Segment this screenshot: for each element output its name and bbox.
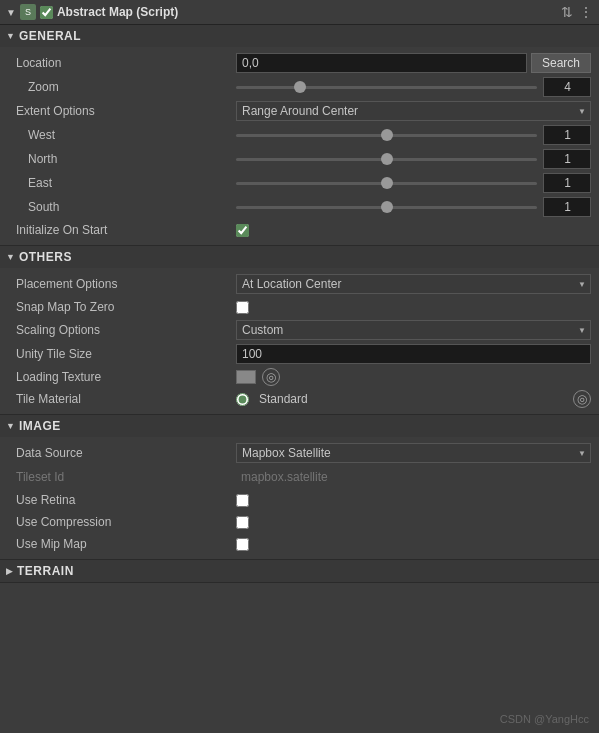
data-source-label: Data Source	[16, 446, 236, 460]
scaling-dropdown-wrapper: Custom World Scale Tile Scale	[236, 320, 591, 340]
use-retina-checkbox[interactable]	[236, 494, 249, 507]
search-button[interactable]: Search	[531, 53, 591, 73]
terrain-arrow: ▶	[6, 566, 13, 576]
east-value-input[interactable]	[543, 173, 591, 193]
zoom-label: Zoom	[28, 80, 236, 94]
tile-material-radio[interactable]	[236, 393, 249, 406]
scaling-options-value: Custom World Scale Tile Scale	[236, 320, 591, 340]
zoom-field: Zoom	[0, 75, 599, 99]
use-compression-label: Use Compression	[16, 515, 236, 529]
location-field: Location Search	[0, 51, 599, 75]
unity-tile-size-input[interactable]	[236, 344, 591, 364]
extent-options-label: Extent Options	[16, 104, 236, 118]
script-icon: S	[20, 4, 36, 20]
menu-icon[interactable]: ⋮	[579, 4, 593, 20]
initialize-on-start-value	[236, 224, 591, 237]
tileset-id-value	[236, 467, 591, 487]
west-field: West	[0, 123, 599, 147]
general-section-header[interactable]: ▼ GENERAL	[0, 25, 599, 47]
terrain-section-header[interactable]: ▶ TERRAIN	[0, 560, 599, 582]
location-value: Search	[236, 53, 591, 73]
component-title: Abstract Map (Script)	[57, 5, 557, 19]
extent-options-dropdown[interactable]: Range Around Center World Custom	[236, 101, 591, 121]
south-slider[interactable]	[236, 206, 537, 209]
extent-options-field: Extent Options Range Around Center World…	[0, 99, 599, 123]
loading-texture-value	[236, 368, 591, 386]
collapse-arrow[interactable]: ▼	[6, 7, 16, 18]
tile-material-field: Tile Material Standard	[0, 388, 599, 410]
image-section-header[interactable]: ▼ IMAGE	[0, 415, 599, 437]
placement-options-dropdown[interactable]: At Location Center At Tile Center At Wor…	[236, 274, 591, 294]
image-arrow: ▼	[6, 421, 15, 431]
north-slider[interactable]	[236, 158, 537, 161]
extent-dropdown-wrapper: Range Around Center World Custom	[236, 101, 591, 121]
west-value	[236, 125, 591, 145]
use-retina-value	[236, 494, 591, 507]
loading-texture-preview[interactable]	[236, 370, 256, 384]
header-actions: ⇅ ⋮	[561, 4, 593, 20]
use-mip-map-value	[236, 538, 591, 551]
scaling-options-field: Scaling Options Custom World Scale Tile …	[0, 318, 599, 342]
loading-texture-field: Loading Texture	[0, 366, 599, 388]
tileset-id-label: Tileset Id	[16, 470, 236, 484]
south-label: South	[16, 200, 236, 214]
others-arrow: ▼	[6, 252, 15, 262]
use-mip-map-checkbox[interactable]	[236, 538, 249, 551]
west-value-input[interactable]	[543, 125, 591, 145]
scaling-options-dropdown[interactable]: Custom World Scale Tile Scale	[236, 320, 591, 340]
scaling-options-label: Scaling Options	[16, 323, 236, 337]
north-value	[236, 149, 591, 169]
tile-material-target[interactable]	[573, 390, 591, 408]
zoom-slider[interactable]	[236, 86, 537, 89]
use-mip-map-field: Use Mip Map	[0, 533, 599, 555]
use-mip-map-label: Use Mip Map	[16, 537, 236, 551]
use-compression-value	[236, 516, 591, 529]
sync-icon[interactable]: ⇅	[561, 4, 573, 20]
general-section-body: Location Search Zoom Extent Options Rang…	[0, 47, 599, 245]
east-field: East	[0, 171, 599, 195]
north-value-input[interactable]	[543, 149, 591, 169]
unity-tile-size-value	[236, 344, 591, 364]
use-compression-checkbox[interactable]	[236, 516, 249, 529]
others-section-header[interactable]: ▼ Others	[0, 246, 599, 268]
snap-map-checkbox[interactable]	[236, 301, 249, 314]
tile-material-value: Standard	[236, 390, 591, 408]
watermark: CSDN @YangHcc	[500, 713, 589, 725]
data-source-dropdown-wrapper: Mapbox Satellite Mapbox Streets None	[236, 443, 591, 463]
initialize-on-start-field: Initialize On Start	[0, 219, 599, 241]
image-section-title: IMAGE	[19, 419, 61, 433]
terrain-section-title: TERRAIN	[17, 564, 74, 578]
location-label: Location	[16, 56, 236, 70]
general-section-title: GENERAL	[19, 29, 81, 43]
zoom-value-input[interactable]	[543, 77, 591, 97]
initialize-on-start-checkbox[interactable]	[236, 224, 249, 237]
placement-dropdown-wrapper: At Location Center At Tile Center At Wor…	[236, 274, 591, 294]
others-section: ▼ Others Placement Options At Location C…	[0, 246, 599, 415]
unity-tile-size-field: Unity Tile Size	[0, 342, 599, 366]
zoom-slider-container	[236, 77, 591, 97]
location-input[interactable]	[236, 53, 527, 73]
placement-options-field: Placement Options At Location Center At …	[0, 272, 599, 296]
east-value	[236, 173, 591, 193]
west-slider[interactable]	[236, 134, 537, 137]
tile-material-name: Standard	[259, 392, 308, 406]
snap-map-value	[236, 301, 591, 314]
image-section-body: Data Source Mapbox Satellite Mapbox Stre…	[0, 437, 599, 559]
south-value	[236, 197, 591, 217]
data-source-dropdown[interactable]: Mapbox Satellite Mapbox Streets None	[236, 443, 591, 463]
unity-tile-size-label: Unity Tile Size	[16, 347, 236, 361]
snap-map-field: Snap Map To Zero	[0, 296, 599, 318]
use-compression-field: Use Compression	[0, 511, 599, 533]
snap-map-label: Snap Map To Zero	[16, 300, 236, 314]
enabled-checkbox[interactable]	[40, 6, 53, 19]
south-value-input[interactable]	[543, 197, 591, 217]
inspector-header: ▼ S Abstract Map (Script) ⇅ ⋮	[0, 0, 599, 25]
north-label: North	[16, 152, 236, 166]
loading-texture-target[interactable]	[262, 368, 280, 386]
general-arrow: ▼	[6, 31, 15, 41]
image-section: ▼ IMAGE Data Source Mapbox Satellite Map…	[0, 415, 599, 560]
east-slider[interactable]	[236, 182, 537, 185]
tileset-id-input[interactable]	[236, 467, 591, 487]
extent-options-value: Range Around Center World Custom	[236, 101, 591, 121]
others-section-body: Placement Options At Location Center At …	[0, 268, 599, 414]
